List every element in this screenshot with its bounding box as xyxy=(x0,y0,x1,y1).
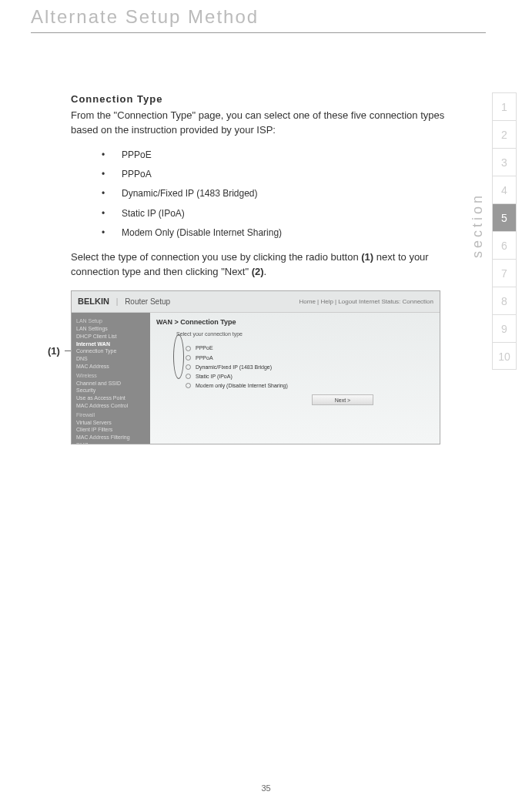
sidebar-item[interactable]: DMZ xyxy=(76,441,146,444)
radio-icon[interactable] xyxy=(186,346,191,351)
radio-icon[interactable] xyxy=(186,374,191,379)
radio-icon[interactable] xyxy=(186,355,191,361)
bullet-item: Modem Only (Disable Internet Sharing) xyxy=(102,226,448,240)
ss-breadcrumb: WAN > Connection Type xyxy=(156,317,433,327)
bullet-item: Dynamic/Fixed IP (1483 Bridged) xyxy=(102,187,448,200)
ss-option[interactable]: Dynamic/Fixed IP (1483 Bridge) xyxy=(186,364,433,371)
ss-app-title: Router Setup xyxy=(125,297,170,306)
sidebar-item[interactable]: Use as Access Point xyxy=(76,394,146,402)
content-block: Connection Type From the "Connection Typ… xyxy=(71,92,448,444)
ss-option-label: PPPoA xyxy=(196,354,213,362)
section-tab[interactable]: 9 xyxy=(492,314,517,342)
title-rule xyxy=(31,32,486,33)
ss-option[interactable]: PPPoA xyxy=(186,354,433,362)
ss-option[interactable]: Static IP (IPoA) xyxy=(186,373,433,381)
ss-option[interactable]: Modem only (Disable Internet Sharing) xyxy=(186,382,433,390)
section-tab[interactable]: 2 xyxy=(492,120,517,148)
sidebar-item[interactable]: Security xyxy=(76,387,146,394)
ss-option-label: Static IP (IPoA) xyxy=(196,373,233,381)
bullet-item: PPPoA xyxy=(102,168,448,181)
section-label: section xyxy=(470,193,486,258)
sidebar-item[interactable]: Wireless xyxy=(76,372,146,380)
ss-options: PPPoE PPPoA Dynamic/Fixed IP (1483 Bridg… xyxy=(186,344,433,390)
section-tab[interactable]: 1 xyxy=(492,92,517,120)
ss-subtext: Select your connection type xyxy=(176,330,433,338)
sidebar-item[interactable]: MAC Address Control xyxy=(76,402,146,410)
ss-option-label: PPPoE xyxy=(196,344,213,352)
select-text-c: . xyxy=(264,266,267,277)
section-tabs: 1 2 3 4 5 6 7 8 9 10 xyxy=(492,92,517,370)
ss-logo: BELKIN xyxy=(78,297,109,306)
section-tab[interactable]: 8 xyxy=(492,287,517,314)
ss-header: BELKIN | Router Setup Home | Help | Logo… xyxy=(72,291,440,313)
ref-1: (1) xyxy=(361,251,373,263)
sidebar-item[interactable]: DHCP Client List xyxy=(76,333,146,340)
page-number: 35 xyxy=(0,783,532,793)
select-paragraph: Select the type of connection you use by… xyxy=(71,250,448,280)
select-text-a: Select the type of connection you use by… xyxy=(71,251,361,263)
bullet-item: Static IP (IPoA) xyxy=(102,207,448,220)
sidebar-item[interactable]: Virtual Servers xyxy=(76,419,146,427)
sidebar-item[interactable]: Channel and SSID xyxy=(76,380,146,387)
section-tab[interactable]: 6 xyxy=(492,231,517,259)
sidebar-item[interactable]: Connection Type xyxy=(76,347,146,355)
callout-1-label: (1) xyxy=(48,344,60,359)
sidebar-item-active[interactable]: Internet WAN xyxy=(76,340,146,348)
section-tab[interactable]: 3 xyxy=(492,148,517,176)
radio-icon[interactable] xyxy=(186,383,191,388)
intro-text-a: From the "Connection Type" page, you can… xyxy=(71,109,370,121)
sidebar-item[interactable]: Firewall xyxy=(76,411,146,419)
sidebar-item[interactable]: DNS xyxy=(76,355,146,363)
intro-paragraph: From the "Connection Type" page, you can… xyxy=(71,109,448,138)
section-tab[interactable]: 4 xyxy=(492,176,517,203)
radio-icon[interactable] xyxy=(186,364,191,370)
next-button[interactable]: Next > xyxy=(312,394,373,405)
bullet-item: PPPoE xyxy=(102,149,448,162)
ss-sep: | xyxy=(116,297,119,306)
section-tab[interactable]: 7 xyxy=(492,259,517,287)
sidebar-item[interactable]: Client IP Filters xyxy=(76,426,146,434)
heading-connection-type: Connection Type xyxy=(71,92,448,107)
section-tab-active[interactable]: 5 xyxy=(492,203,517,231)
sidebar-item[interactable]: MAC Address Filtering xyxy=(76,434,146,441)
ss-option-label: Modem only (Disable Internet Sharing) xyxy=(196,382,288,390)
sidebar-item[interactable]: MAC Address xyxy=(76,363,146,371)
ss-option-label: Dynamic/Fixed IP (1483 Bridge) xyxy=(196,364,272,371)
ss-option[interactable]: PPPoE xyxy=(186,344,433,352)
sidebar-item[interactable]: LAN Setup xyxy=(76,317,146,325)
ss-brand: BELKIN | Router Setup xyxy=(78,296,170,308)
sidebar-item[interactable]: LAN Settings xyxy=(76,325,146,333)
ss-body: LAN Setup LAN Settings DHCP Client List … xyxy=(72,313,440,444)
ref-2: (2) xyxy=(252,266,264,277)
ss-meta-links: Home | Help | Logout Internet Status: Co… xyxy=(299,297,433,307)
section-tab[interactable]: 10 xyxy=(492,342,517,370)
router-screenshot: BELKIN | Router Setup Home | Help | Logo… xyxy=(71,290,440,444)
bullet-list: PPPoE PPPoA Dynamic/Fixed IP (1483 Bridg… xyxy=(102,149,448,240)
page-title: Alternate Setup Method xyxy=(31,6,259,28)
ss-sidebar: LAN Setup LAN Settings DHCP Client List … xyxy=(72,313,150,444)
ss-main: WAN > Connection Type Select your connec… xyxy=(150,313,440,444)
